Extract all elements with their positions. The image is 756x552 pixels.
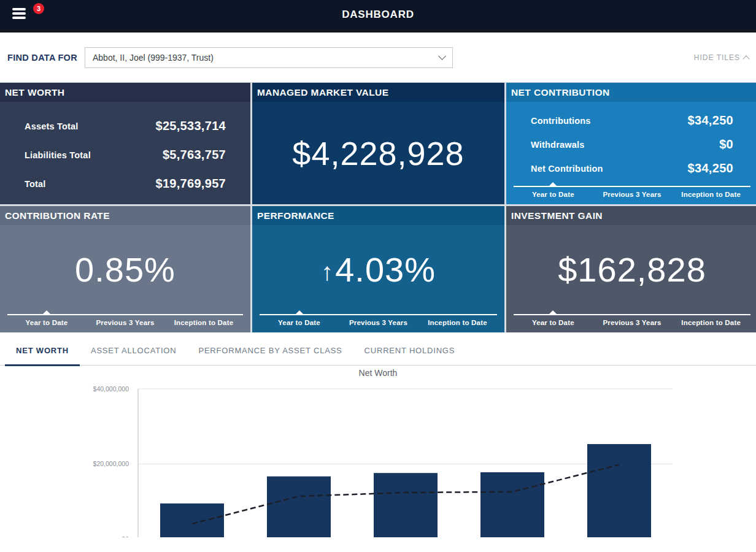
tile-title: CONTRIBUTION RATE xyxy=(5,210,110,221)
tab-asset-allocation[interactable]: ASSET ALLOCATION xyxy=(80,346,187,366)
up-arrow-icon: ↑ xyxy=(321,258,334,286)
net-contribution-row-contributions: Contributions $34,250 xyxy=(531,109,733,132)
bar xyxy=(267,477,331,537)
tab-current-holdings[interactable]: CURRENT HOLDINGS xyxy=(353,346,466,366)
bar xyxy=(587,444,651,537)
tab-net-worth[interactable]: NET WORTH xyxy=(5,346,80,366)
period-tab-inception-to-date[interactable]: Inception to Date xyxy=(418,315,497,332)
chevron-up-icon xyxy=(742,55,749,62)
hide-tiles-button[interactable]: HIDE TILES xyxy=(694,53,749,62)
bar xyxy=(374,473,438,537)
menu-button[interactable]: 3 xyxy=(12,8,28,21)
find-data-for-label: FIND DATA FOR xyxy=(7,53,77,63)
period-tab-previous-3-years[interactable]: Previous 3 Years xyxy=(86,315,164,332)
toolbar: FIND DATA FOR Abbot, II, Joel (999-1937,… xyxy=(0,33,756,83)
notification-badge: 3 xyxy=(33,3,44,14)
app-header: 3 DASHBOARD xyxy=(0,0,756,29)
period-tab-year-to-date[interactable]: Year to Date xyxy=(260,315,339,332)
dashboard-page: 3 DASHBOARD FIND DATA FOR Abbot, II, Joe… xyxy=(0,0,756,552)
tile-investment-gain: INVESTMENT GAIN $162,828 Year to Date Pr… xyxy=(506,206,756,332)
period-tab-year-to-date[interactable]: Year to Date xyxy=(514,187,593,204)
period-tab-previous-3-years[interactable]: Previous 3 Years xyxy=(593,315,672,332)
period-tab-inception-to-date[interactable]: Inception to Date xyxy=(671,315,750,332)
net-worth-chart: Net Worth $40,000,000$20,000,000$0 xyxy=(0,366,756,537)
hamburger-icon xyxy=(12,8,26,10)
period-tab-inception-to-date[interactable]: Inception to Date xyxy=(671,187,750,204)
period-tabs: Year to Date Previous 3 Years Inception … xyxy=(260,314,497,332)
client-selector[interactable]: Abbot, II, Joel (999-1937, Trust) xyxy=(85,47,453,68)
period-tabs: Year to Date Previous 3 Years Inception … xyxy=(514,314,750,332)
tile-net-contribution: NET CONTRIBUTION Contributions $34,250 W… xyxy=(506,83,756,204)
period-tab-previous-3-years[interactable]: Previous 3 Years xyxy=(339,315,418,332)
chevron-down-icon xyxy=(438,52,446,60)
net-worth-row-assets: Assets Total $25,533,714 xyxy=(25,112,226,140)
tile-managed-market-value: MANAGED MARKET VALUE $4,228,928 xyxy=(252,83,504,204)
net-contribution-row-net: Net Contribution $34,250 xyxy=(531,156,733,180)
contribution-rate-value: 0.85% xyxy=(0,253,250,287)
y-tick-label: $20,000,000 xyxy=(93,460,129,467)
managed-market-value-amount: $4,228,928 xyxy=(252,137,504,170)
y-tick-label: $40,000,000 xyxy=(93,385,129,393)
tile-title: NET CONTRIBUTION xyxy=(511,87,610,98)
period-tabs: Year to Date Previous 3 Years Inception … xyxy=(7,314,243,332)
tile-title: MANAGED MARKET VALUE xyxy=(257,87,388,98)
client-selector-value: Abbot, II, Joel (999-1937, Trust) xyxy=(93,53,439,63)
hide-tiles-label: HIDE TILES xyxy=(694,53,740,62)
y-tick-label: $0 xyxy=(122,535,129,538)
period-tab-previous-3-years[interactable]: Previous 3 Years xyxy=(593,187,672,204)
tile-contribution-rate: CONTRIBUTION RATE 0.85% Year to Date Pre… xyxy=(0,206,250,332)
period-tab-year-to-date[interactable]: Year to Date xyxy=(7,315,86,332)
tile-title: PERFORMANCE xyxy=(257,210,334,221)
net-worth-row-liabilities: Liabilities Total $5,763,757 xyxy=(25,140,226,169)
bar xyxy=(160,504,224,537)
kpi-tiles-grid: NET WORTH Assets Total $25,533,714 Liabi… xyxy=(0,83,756,332)
section-tabs: NET WORTH ASSET ALLOCATION PERFORMANCE B… xyxy=(0,332,756,366)
performance-value: ↑4.03% xyxy=(252,253,504,287)
net-worth-chart-svg: $40,000,000$20,000,000$0 xyxy=(0,366,756,537)
tile-title: NET WORTH xyxy=(5,87,64,98)
net-contribution-row-withdrawals: Withdrawals $0 xyxy=(531,132,733,156)
period-tab-year-to-date[interactable]: Year to Date xyxy=(514,315,593,332)
net-worth-row-total: Total $19,769,957 xyxy=(25,169,226,198)
page-title: DASHBOARD xyxy=(342,9,414,21)
tab-performance-by-asset-class[interactable]: PERFORMANCE BY ASSET CLASS xyxy=(187,346,353,366)
tile-net-worth: NET WORTH Assets Total $25,533,714 Liabi… xyxy=(0,83,250,204)
tile-performance: PERFORMANCE ↑4.03% Year to Date Previous… xyxy=(252,206,504,332)
tile-title: INVESTMENT GAIN xyxy=(511,210,603,221)
investment-gain-value: $162,828 xyxy=(506,253,756,287)
bar xyxy=(480,472,544,537)
period-tabs: Year to Date Previous 3 Years Inception … xyxy=(514,186,750,204)
period-tab-inception-to-date[interactable]: Inception to Date xyxy=(164,315,243,332)
